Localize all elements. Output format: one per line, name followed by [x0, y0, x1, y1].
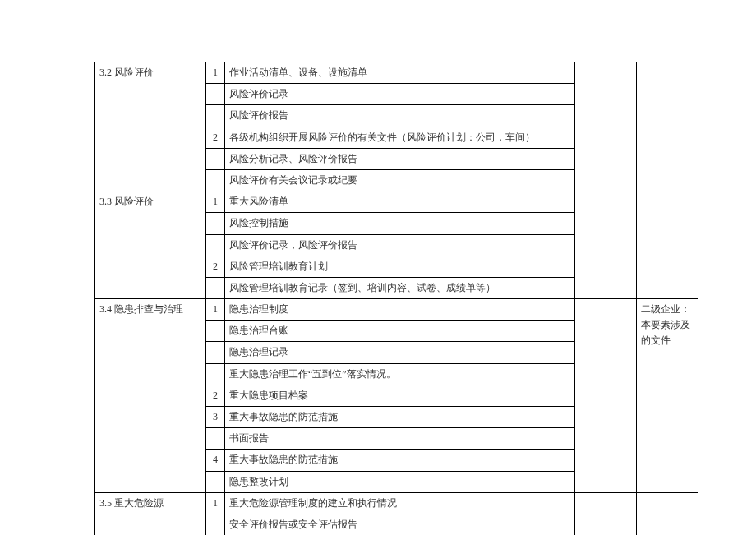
empty-cell — [575, 191, 637, 299]
empty-cell — [637, 492, 698, 535]
row-number — [206, 321, 225, 342]
row-text: 风险分析记录、风险评价报告 — [225, 148, 575, 169]
row-text: 作业活动清单、设备、设施清单 — [225, 62, 575, 84]
row-number: 1 — [206, 191, 225, 213]
row-text: 隐患治理记录 — [225, 342, 575, 363]
row-number — [206, 277, 225, 298]
section-title: 3.3 风险评价 — [95, 191, 206, 299]
row-number — [206, 84, 225, 105]
row-number: 4 — [206, 450, 225, 471]
row-number: 2 — [206, 127, 225, 148]
row-text: 书面报告 — [225, 428, 575, 450]
empty-cell — [637, 191, 698, 299]
row-number: 1 — [206, 299, 225, 321]
row-text: 重大危险源管理制度的建立和执行情况 — [225, 492, 575, 514]
row-text: 安全评价报告或安全评估报告 — [225, 514, 575, 535]
row-text: 风险控制措施 — [225, 213, 575, 234]
row-text: 各级机构组织开展风险评价的有关文件（风险评价计划：公司，车间） — [225, 127, 575, 148]
table-row: 3.5 重大危险源 1 重大危险源管理制度的建立和执行情况 — [58, 492, 698, 514]
row-number — [206, 169, 225, 191]
row-text: 风险管理培训教育计划 — [225, 256, 575, 277]
section-title: 3.4 隐患排查与治理 — [95, 299, 206, 493]
main-table: 3.2 风险评价 1 作业活动清单、设备、设施清单 风险评价记录 风险评价报告 … — [58, 62, 698, 535]
row-text: 重大隐患项目档案 — [225, 385, 575, 406]
row-number — [206, 234, 225, 256]
row-text: 隐患整改计划 — [225, 471, 575, 492]
row-number: 1 — [206, 62, 225, 84]
section-title: 3.2 风险评价 — [95, 62, 206, 191]
row-number — [206, 213, 225, 234]
empty-cell — [575, 492, 637, 535]
row-number — [206, 342, 225, 363]
table-row: 3.3 风险评价 1 重大风险清单 — [58, 191, 698, 213]
row-text: 重大隐患治理工作“五到位”落实情况。 — [225, 363, 575, 385]
row-number — [206, 514, 225, 535]
table-row: 3.2 风险评价 1 作业活动清单、设备、设施清单 — [58, 62, 698, 84]
row-text: 风险管理培训教育记录（签到、培训内容、试卷、成绩单等） — [225, 277, 575, 298]
row-number — [206, 148, 225, 169]
row-number: 2 — [206, 256, 225, 277]
row-number: 3 — [206, 407, 225, 428]
row-number — [206, 471, 225, 492]
row-text: 重大事故隐患的防范措施 — [225, 450, 575, 471]
row-text: 隐患治理台账 — [225, 321, 575, 342]
row-text: 风险评价记录 — [225, 84, 575, 105]
row-number — [206, 363, 225, 385]
row-text: 隐患治理制度 — [225, 299, 575, 321]
row-text: 风险评价记录，风险评价报告 — [225, 234, 575, 256]
table-row: 3.4 隐患排查与治理 1 隐患治理制度 二级企业：本要素涉及的文件 — [58, 299, 698, 321]
empty-cell — [575, 62, 637, 191]
row-text: 风险评价有关会议记录或纪要 — [225, 169, 575, 191]
empty-cell — [575, 299, 637, 493]
category-cell — [58, 62, 95, 536]
note-cell: 二级企业：本要素涉及的文件 — [637, 299, 698, 493]
empty-cell — [637, 62, 698, 191]
row-number — [206, 428, 225, 450]
row-number: 1 — [206, 492, 225, 514]
section-title: 3.5 重大危险源 — [95, 492, 206, 535]
row-number: 2 — [206, 385, 225, 406]
row-number — [206, 105, 225, 127]
row-text: 重大风险清单 — [225, 191, 575, 213]
row-text: 重大事故隐患的防范措施 — [225, 407, 575, 428]
row-text: 风险评价报告 — [225, 105, 575, 127]
